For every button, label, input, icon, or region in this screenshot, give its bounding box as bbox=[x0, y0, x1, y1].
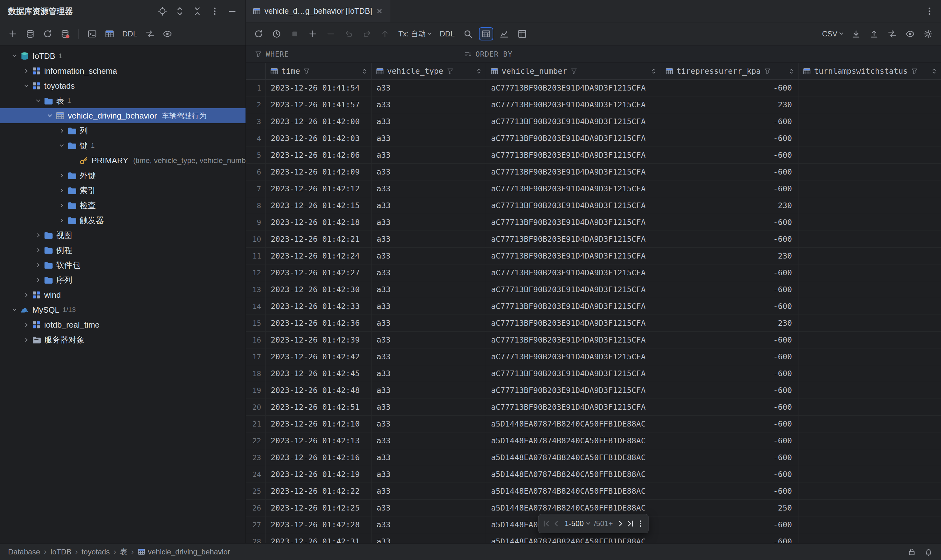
cell-tirepressurerr_kpa[interactable]: 250 bbox=[661, 500, 798, 516]
cell-vehicle_number[interactable]: aC77713BF90B203E91D4DA9D3F1215CFA bbox=[486, 113, 661, 130]
cell-turnlampswitchstatus[interactable] bbox=[798, 231, 941, 247]
row-number[interactable]: 17 bbox=[246, 348, 266, 365]
cell-turnlampswitchstatus[interactable] bbox=[798, 113, 941, 130]
settings-button[interactable] bbox=[921, 28, 935, 40]
refresh-tree-button[interactable] bbox=[40, 28, 55, 40]
cell-turnlampswitchstatus[interactable] bbox=[798, 315, 941, 331]
cell-vehicle_type[interactable]: a33 bbox=[371, 365, 486, 382]
cell-time[interactable]: 2023-12-26 01:42:24 bbox=[266, 248, 371, 264]
cell-tirepressurerr_kpa[interactable]: -600 bbox=[661, 415, 798, 432]
cell-turnlampswitchstatus[interactable] bbox=[798, 382, 941, 398]
tree-item[interactable]: 序列 bbox=[0, 272, 245, 288]
tree-item[interactable]: 外键 bbox=[0, 168, 245, 183]
chevron-right-icon[interactable] bbox=[34, 279, 42, 282]
cell-vehicle_number[interactable]: aC77713BF90B203E91D4DA9D3F1215CFA bbox=[486, 332, 661, 348]
row-number[interactable]: 28 bbox=[246, 533, 266, 543]
cell-tirepressurerr_kpa[interactable]: -600 bbox=[661, 80, 798, 96]
chevron-down-icon[interactable] bbox=[11, 55, 18, 57]
cell-turnlampswitchstatus[interactable] bbox=[798, 517, 941, 533]
row-number[interactable]: 22 bbox=[246, 432, 266, 449]
add-row-button[interactable] bbox=[306, 28, 320, 40]
row-number[interactable]: 16 bbox=[246, 332, 266, 348]
cell-turnlampswitchstatus[interactable] bbox=[798, 483, 941, 499]
view-ddl-button[interactable]: DDL bbox=[437, 28, 457, 40]
tree-item[interactable]: vehicle_driving_behavior车辆驾驶行为 bbox=[0, 108, 245, 123]
cell-turnlampswitchstatus[interactable] bbox=[798, 97, 941, 113]
cell-tirepressurerr_kpa[interactable]: -600 bbox=[661, 130, 798, 146]
preview-button[interactable] bbox=[160, 28, 174, 40]
chevron-right-icon[interactable] bbox=[22, 70, 30, 72]
chart-view-button[interactable] bbox=[497, 28, 511, 40]
cell-tirepressurerr_kpa[interactable]: 230 bbox=[661, 315, 798, 331]
cell-tirepressurerr_kpa[interactable]: -600 bbox=[661, 164, 798, 180]
cell-vehicle_type[interactable]: a33 bbox=[371, 214, 486, 231]
cell-tirepressurerr_kpa[interactable]: -600 bbox=[661, 466, 798, 483]
cell-time[interactable]: 2023-12-26 01:42:19 bbox=[266, 466, 371, 483]
tree-item[interactable]: 键1 bbox=[0, 138, 245, 153]
cell-vehicle_number[interactable]: aC77713BF90B203E91D4DA9D3F1215CFA bbox=[486, 382, 661, 398]
row-number[interactable]: 15 bbox=[246, 315, 266, 331]
undo-button[interactable] bbox=[342, 28, 356, 40]
row-number[interactable]: 9 bbox=[246, 214, 266, 231]
row-number[interactable]: 12 bbox=[246, 265, 266, 281]
tree-item[interactable]: IoTDB1 bbox=[0, 49, 245, 63]
row-number[interactable]: 23 bbox=[246, 449, 266, 466]
cell-turnlampswitchstatus[interactable] bbox=[798, 365, 941, 382]
query-history-button[interactable] bbox=[270, 28, 284, 40]
cell-turnlampswitchstatus[interactable] bbox=[798, 130, 941, 146]
cell-vehicle_type[interactable]: a33 bbox=[371, 332, 486, 348]
cell-vehicle_type[interactable]: a33 bbox=[371, 315, 486, 331]
cell-vehicle_type[interactable]: a33 bbox=[371, 80, 486, 96]
cell-vehicle_type[interactable]: a33 bbox=[371, 265, 486, 281]
close-tab-icon[interactable] bbox=[376, 8, 383, 15]
cell-vehicle_number[interactable]: a5D1448EA07874B8240CA50FFB1DE88AC bbox=[486, 449, 661, 466]
lock-icon[interactable] bbox=[907, 548, 916, 556]
cell-vehicle_number[interactable]: aC77713BF90B203E91D4DA9D3F1215CFA bbox=[486, 164, 661, 180]
cell-turnlampswitchstatus[interactable] bbox=[798, 197, 941, 214]
row-number[interactable]: 13 bbox=[246, 281, 266, 298]
page-range-dropdown[interactable]: 1-500 bbox=[562, 519, 592, 528]
column-header-vehicle_type[interactable]: vehicle_type bbox=[371, 63, 486, 79]
tree-item[interactable]: MySQL1/13 bbox=[0, 302, 245, 317]
cell-vehicle_number[interactable]: aC77713BF90B203E91D4DA9D3F1215CFA bbox=[486, 348, 661, 365]
cell-turnlampswitchstatus[interactable] bbox=[798, 415, 941, 432]
row-number[interactable]: 18 bbox=[246, 365, 266, 382]
search-data-button[interactable] bbox=[461, 28, 475, 40]
export-format-button[interactable]: CSV bbox=[819, 28, 845, 40]
chevron-right-icon[interactable] bbox=[22, 294, 30, 297]
tree-item[interactable]: iotdb_real_time bbox=[0, 317, 245, 332]
cell-turnlampswitchstatus[interactable] bbox=[798, 466, 941, 483]
chevron-right-icon[interactable] bbox=[34, 249, 42, 252]
chevron-down-icon[interactable] bbox=[34, 100, 42, 102]
cell-vehicle_number[interactable]: aC77713BF90B203E91D4DA9D3F1215CFA bbox=[486, 365, 661, 382]
cell-time[interactable]: 2023-12-26 01:42:31 bbox=[266, 533, 371, 543]
cell-time[interactable]: 2023-12-26 01:42:36 bbox=[266, 315, 371, 331]
cell-tirepressurerr_kpa[interactable]: -600 bbox=[661, 180, 798, 197]
cell-vehicle_type[interactable]: a33 bbox=[371, 382, 486, 398]
cell-vehicle_number[interactable]: aC77713BF90B203E91D4DA9D3F1215CFA bbox=[486, 80, 661, 96]
tx-mode-button[interactable]: Tx: 自动 bbox=[396, 27, 433, 41]
chevron-right-icon[interactable] bbox=[58, 129, 65, 132]
chevron-right-icon[interactable] bbox=[58, 219, 65, 222]
cell-turnlampswitchstatus[interactable] bbox=[798, 180, 941, 197]
cell-time[interactable]: 2023-12-26 01:41:54 bbox=[266, 80, 371, 96]
cell-turnlampswitchstatus[interactable] bbox=[798, 533, 941, 543]
cell-vehicle_type[interactable]: a33 bbox=[371, 517, 486, 533]
cell-time[interactable]: 2023-12-26 01:42:27 bbox=[266, 265, 371, 281]
row-number[interactable]: 24 bbox=[246, 466, 266, 483]
cell-vehicle_type[interactable]: a33 bbox=[371, 298, 486, 315]
cell-vehicle_number[interactable]: aC77713BF90B203E91D4DA9D3F1215CFA bbox=[486, 281, 661, 298]
row-number[interactable]: 11 bbox=[246, 248, 266, 264]
chevron-right-icon[interactable] bbox=[58, 204, 65, 207]
export-data-button[interactable] bbox=[849, 28, 863, 40]
row-number[interactable]: 14 bbox=[246, 298, 266, 315]
cell-tirepressurerr_kpa[interactable]: -600 bbox=[661, 399, 798, 415]
notifications-icon[interactable] bbox=[924, 548, 933, 556]
cell-tirepressurerr_kpa[interactable]: -600 bbox=[661, 147, 798, 163]
cell-vehicle_type[interactable]: a33 bbox=[371, 180, 486, 197]
cell-vehicle_type[interactable]: a33 bbox=[371, 281, 486, 298]
row-number[interactable]: 10 bbox=[246, 231, 266, 247]
row-number[interactable]: 25 bbox=[246, 483, 266, 499]
cell-vehicle_type[interactable]: a33 bbox=[371, 113, 486, 130]
tree-item[interactable]: 软件包 bbox=[0, 258, 245, 272]
